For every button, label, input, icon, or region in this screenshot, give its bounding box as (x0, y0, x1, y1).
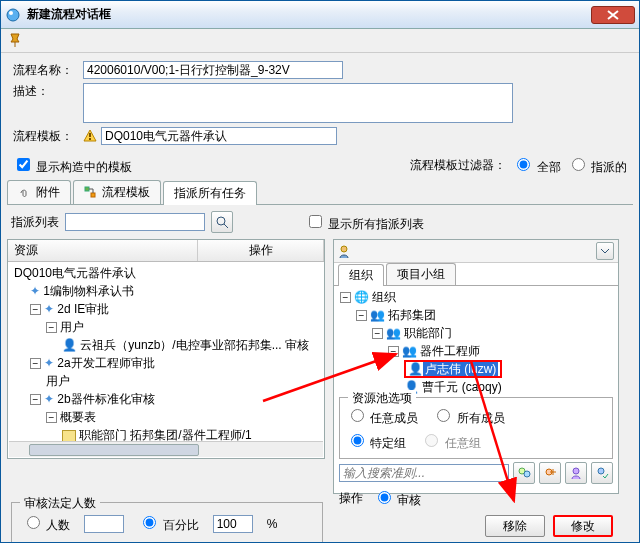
percent-input[interactable] (213, 515, 253, 533)
scrollbar-thumb[interactable] (29, 444, 199, 456)
quorum-fieldset: 审核法定人数 人数 百分比 % (11, 502, 323, 543)
right-tree[interactable]: −🌐 组织 −👥 拓邦集团 −👥 职能部门 −👥 器件工程师 👤卢志伟 (lu (334, 286, 618, 394)
rule-btn-1[interactable] (513, 462, 535, 484)
org-node[interactable]: −👥 器件工程师 👤卢志伟 (luzw) 👤 曹千元 (caoqy) 👤 陈兵 … (388, 342, 614, 394)
collapse-icon[interactable]: − (30, 394, 41, 405)
radio-all-members[interactable]: 所有成员 (432, 406, 504, 427)
filter-all-radio[interactable]: 全部 (512, 155, 560, 176)
desc-label: 描述： (13, 83, 79, 100)
template-label: 流程模板： (13, 128, 79, 145)
description-textarea[interactable] (83, 83, 513, 123)
svg-point-14 (598, 468, 604, 474)
tree-root[interactable]: DQ010电气元器件承认 ✦ 1编制物料承认书 −✦ 2d IE审批 −用户 👤… (14, 264, 320, 452)
tree-item[interactable]: ✦ 1编制物料承认书 (30, 282, 320, 300)
svg-line-8 (224, 224, 228, 228)
paperclip-icon (18, 186, 32, 200)
name-label: 流程名称： (13, 62, 79, 79)
chevron-down-icon (600, 246, 610, 256)
svg-point-11 (524, 471, 530, 477)
user-check-icon (595, 466, 609, 480)
svg-point-0 (7, 9, 19, 21)
tab-attach[interactable]: 附件 (7, 180, 71, 204)
star-icon: ✦ (44, 356, 54, 370)
group-icon: 👥 (402, 344, 417, 358)
template-input[interactable] (101, 127, 337, 145)
op-review-radio[interactable]: 审核 (373, 488, 421, 509)
horizontal-scrollbar[interactable] (9, 441, 323, 457)
rule-btn-3[interactable] (565, 462, 587, 484)
toolbar (1, 29, 639, 53)
tab-assign-all[interactable]: 指派所有任务 (163, 181, 257, 205)
ops-label: 操作 (339, 490, 363, 507)
rule-btn-4[interactable] (591, 462, 613, 484)
org-user-selected[interactable]: 👤卢志伟 (luzw) (404, 360, 614, 378)
star-icon: ✦ (30, 284, 40, 298)
svg-point-13 (573, 468, 579, 474)
assign-search-button[interactable] (211, 211, 233, 233)
percent-unit: % (267, 517, 278, 531)
collapse-icon[interactable]: − (30, 304, 41, 315)
resource-panel: 资源 操作 DQ010电气元器件承认 ✦ 1编制物料承认书 −✦ 2d IE审批… (7, 239, 325, 459)
filter-assign-radio[interactable]: 指派的 (567, 155, 627, 176)
tree-item[interactable]: −✦ 2d IE审批 −用户 👤 云祖兵（yunzb）/电控事业部拓邦集... … (30, 300, 320, 354)
radio-any-group: 任意组 (420, 431, 480, 452)
star-icon: ✦ (44, 392, 54, 406)
tab-org[interactable]: 组织 (338, 264, 384, 286)
svg-point-7 (217, 217, 225, 225)
process-name-input[interactable] (83, 61, 343, 79)
tab-project-group[interactable]: 项目小组 (386, 263, 456, 285)
org-root[interactable]: −🌐 组织 −👥 拓邦集团 −👥 职能部门 −👥 器件工程师 👤卢志伟 (lu (340, 288, 614, 394)
tree-item[interactable]: −✦ 2a开发工程师审批 用户 (30, 354, 320, 390)
group-legend: 资源池选项 (348, 390, 416, 407)
radio-any-member[interactable]: 任意成员 (346, 406, 418, 427)
tree-item[interactable]: 用户 (46, 372, 320, 390)
user-icon (569, 466, 583, 480)
modify-button[interactable]: 修改 (553, 515, 613, 537)
search-icon (215, 215, 229, 229)
left-column-headers: 资源 操作 (8, 240, 324, 262)
show-construct-check[interactable]: 显示构造中的模板 (13, 155, 132, 176)
collapse-icon[interactable]: − (388, 346, 399, 357)
assign-list-label: 指派列表 (11, 214, 59, 231)
org-node[interactable]: −👥 拓邦集团 −👥 职能部门 −👥 器件工程师 👤卢志伟 (luzw) 👤 曹 (356, 306, 614, 394)
filter-label: 流程模板过滤器： (410, 157, 506, 174)
dropdown-button[interactable] (596, 242, 614, 260)
collapse-icon[interactable]: − (30, 358, 41, 369)
remove-button[interactable]: 移除 (485, 515, 545, 537)
user-icon: 👤 (62, 338, 77, 352)
radio-percent[interactable]: 百分比 (138, 513, 198, 534)
collapse-icon[interactable]: − (356, 310, 367, 321)
tree-item[interactable]: −概要表 职能部门 拓邦集团/器件工程师/1 (46, 408, 320, 444)
collapse-icon[interactable]: − (340, 292, 351, 303)
collapse-icon[interactable]: − (46, 412, 57, 423)
org-user[interactable]: 👤 曹千元 (caoqy) (404, 378, 614, 394)
show-all-assign-check[interactable]: 显示所有指派列表 (305, 212, 424, 233)
radio-specific-group[interactable]: 特定组 (346, 431, 406, 452)
assign-list-input[interactable] (65, 213, 205, 231)
app-icon (5, 7, 21, 23)
globe-icon: 🌐 (354, 290, 369, 304)
group-icon: 👥 (370, 308, 385, 322)
flow-icon (84, 186, 98, 200)
user-icon: 👤 (408, 362, 423, 376)
warning-icon (83, 129, 97, 143)
collapse-icon[interactable]: − (372, 328, 383, 339)
pin-icon[interactable] (7, 32, 25, 50)
search-rule-input[interactable] (339, 464, 509, 482)
svg-rect-6 (91, 193, 95, 197)
radio-count[interactable]: 人数 (22, 513, 70, 534)
left-tree[interactable]: DQ010电气元器件承认 ✦ 1编制物料承认书 −✦ 2d IE审批 −用户 👤… (8, 262, 324, 452)
user-add-icon (543, 466, 557, 480)
collapse-icon[interactable]: − (46, 322, 57, 333)
rule-btn-2[interactable] (539, 462, 561, 484)
titlebar: 新建流程对话框 (1, 1, 639, 29)
col-operation: 操作 (198, 240, 324, 261)
close-icon (607, 10, 619, 20)
count-input[interactable] (84, 515, 124, 533)
close-button[interactable] (591, 6, 635, 24)
org-node[interactable]: −👥 职能部门 −👥 器件工程师 👤卢志伟 (luzw) 👤 曹千元 (caoq… (372, 324, 614, 394)
tree-item[interactable]: −用户 👤 云祖兵（yunzb）/电控事业部拓邦集... 审核 (46, 318, 320, 354)
group-icon: 👥 (386, 326, 401, 340)
tab-template[interactable]: 流程模板 (73, 180, 161, 204)
tree-user[interactable]: 👤 云祖兵（yunzb）/电控事业部拓邦集... 审核 (62, 336, 320, 354)
